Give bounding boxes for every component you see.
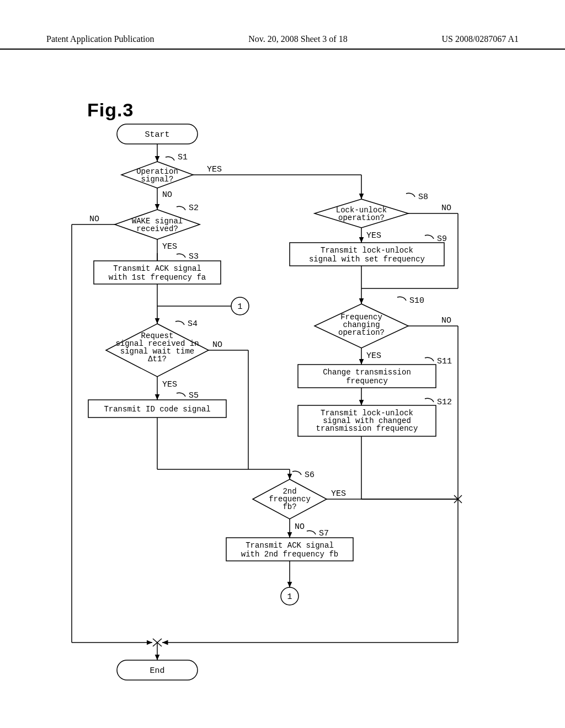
s1-ref: S1 [178, 153, 188, 162]
s1-text-2: signal? [141, 175, 174, 184]
connector-out: 1 [287, 592, 292, 602]
s11-text-2: frequency [346, 377, 388, 386]
connector-in: 1 [237, 302, 242, 312]
page-header: Patent Application Publication Nov. 20, … [0, 34, 565, 50]
s4-ref: S4 [188, 319, 198, 329]
s7-text-1: Transmit ACK signal [246, 541, 334, 550]
s8-yes: YES [366, 231, 381, 240]
s7-ref: S7 [319, 529, 329, 538]
s10-ref: S10 [409, 296, 424, 306]
s12-ref: S12 [437, 398, 452, 407]
s11-ref: S11 [437, 357, 452, 366]
page: Patent Application Publication Nov. 20, … [0, 0, 565, 728]
s5-ref: S5 [189, 391, 199, 400]
start-node: Start [145, 130, 169, 140]
s4-no: NO [212, 340, 222, 350]
s1-no: NO [162, 190, 172, 200]
s2-text-2: received? [136, 224, 178, 233]
s9-ref: S9 [437, 234, 447, 244]
s2-yes: YES [162, 242, 177, 251]
s2-ref: S2 [189, 204, 199, 213]
s10-yes: YES [366, 351, 381, 361]
s7-text-2: with 2nd frequency fb [241, 550, 338, 559]
s5-text: Transmit ID code signal [104, 405, 210, 414]
s1-yes: YES [207, 165, 222, 174]
s3-ref: S3 [189, 252, 199, 261]
s12-text-3: transmission frequency [316, 424, 418, 433]
s4-yes: YES [162, 380, 177, 389]
s6-ref: S6 [305, 470, 315, 480]
s6-yes: YES [331, 489, 346, 499]
s6-no: NO [295, 522, 305, 532]
flowchart: Start End S1 Operation signal? YES NO S2… [55, 119, 519, 687]
s9-text-2: signal with set frequency [309, 255, 425, 264]
header-center: Nov. 20, 2008 Sheet 3 of 18 [248, 34, 347, 44]
s9-text-1: Transmit lock-unlock [321, 246, 413, 255]
s10-no: NO [441, 316, 451, 325]
s6-text-3: fb? [282, 502, 296, 511]
s2-no: NO [89, 215, 99, 224]
s10-text-3: operation? [338, 328, 385, 337]
figure-title: Fig.3 [87, 99, 134, 121]
s3-text-1: Transmit ACK signal [113, 264, 201, 273]
header-right: US 2008/0287067 A1 [441, 34, 519, 44]
s4-text-4: Δt1? [148, 355, 167, 363]
header-left: Patent Application Publication [46, 34, 154, 44]
s3-text-2: with 1st frequency fa [109, 273, 206, 282]
s8-no: NO [441, 204, 451, 213]
s8-text-2: operation? [338, 213, 385, 222]
end-node: End [150, 666, 164, 676]
s11-text-1: Change transmission [323, 368, 411, 377]
s8-ref: S8 [418, 192, 428, 202]
